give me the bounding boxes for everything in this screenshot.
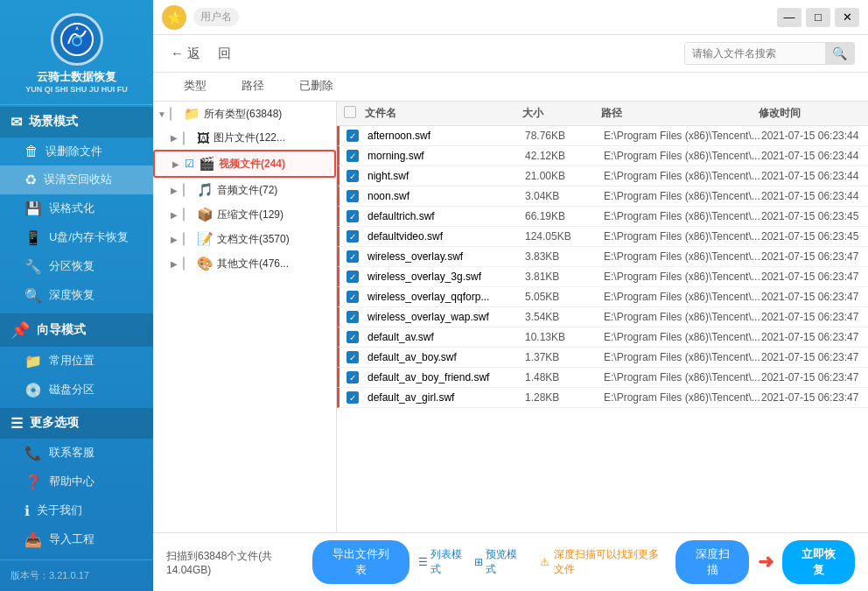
wrong-delete-icon: 🗑: [24, 144, 38, 159]
preview-mode-icon: ⊞: [474, 556, 483, 568]
list-mode-icon: ☰: [418, 556, 428, 568]
tree-check[interactable]: [183, 208, 197, 221]
maximize-button[interactable]: □: [806, 8, 830, 27]
export-button[interactable]: 导出文件列表: [312, 540, 410, 584]
search-input[interactable]: [685, 44, 825, 63]
close-button[interactable]: ✕: [835, 8, 859, 27]
common-location-icon: 📁: [24, 353, 42, 369]
tree-check[interactable]: [170, 108, 184, 120]
expand-icon: ▶: [172, 159, 185, 169]
tree-label: 视频文件(244): [219, 157, 330, 172]
header-size: 大小: [522, 106, 601, 121]
row-check[interactable]: ✓: [346, 271, 368, 283]
tab-path[interactable]: 路径: [224, 73, 282, 101]
file-rows-container: ✓ afternoon.swf 78.76KB E:\Program Files…: [337, 126, 868, 408]
search-button[interactable]: 🔍: [825, 43, 854, 64]
file-name: default_av.swf: [368, 331, 525, 343]
row-check[interactable]: ✓: [346, 311, 368, 323]
header-check[interactable]: [344, 106, 365, 121]
tab-type[interactable]: 类型: [166, 73, 224, 101]
table-row[interactable]: ✓ wireless_overlay_3g.swf 3.81KB E:\Prog…: [337, 267, 868, 287]
row-check[interactable]: ✓: [346, 170, 368, 182]
file-name: noon.swf: [368, 190, 525, 202]
tree-item-doc[interactable]: ▶ 📝 文档文件(3570): [153, 227, 336, 251]
toolbar: ← 返 回 🔍: [153, 35, 868, 73]
title-bar: ⭐ 用户名 — □ ✕: [153, 0, 868, 35]
file-time: 2021-07-15 06:23:47: [761, 311, 868, 323]
row-check[interactable]: ✓: [346, 130, 368, 142]
other-icon: 🎨: [197, 256, 214, 271]
sidebar-item-common-location[interactable]: 📁 常用位置: [0, 347, 153, 376]
file-path: E:\Program Files (x86)\Tencent\...: [604, 170, 761, 182]
tree-check[interactable]: [183, 233, 197, 245]
table-row[interactable]: ✓ defaultrich.swf 66.19KB E:\Program Fil…: [337, 207, 868, 227]
row-check[interactable]: ✓: [346, 371, 368, 383]
row-check[interactable]: ✓: [346, 250, 368, 263]
tree-check[interactable]: [183, 257, 197, 270]
scene-mode-header: ✉ 场景模式: [0, 107, 153, 137]
tree-item-all-types[interactable]: ▼ 📁 所有类型(63848): [153, 102, 336, 126]
sidebar-item-usb[interactable]: 📱 U盘/内存卡恢复: [0, 223, 153, 252]
sidebar-item-wrong-delete[interactable]: 🗑 误删除文件: [0, 137, 153, 165]
table-row[interactable]: ✓ default_av_boy.swf 1.37KB E:\Program F…: [337, 348, 868, 368]
table-row[interactable]: ✓ night.swf 21.00KB E:\Program Files (x8…: [337, 166, 868, 186]
preview-mode-btn[interactable]: ⊞ 预览模式: [474, 547, 522, 577]
sidebar-item-contact[interactable]: 📞 联系客服: [0, 439, 153, 468]
deep-scan-button[interactable]: 深度扫描: [676, 540, 748, 584]
row-check[interactable]: ✓: [346, 331, 368, 343]
tree-item-video[interactable]: ▶ ☑ 🎬 视频文件(244): [153, 150, 336, 178]
expand-icon: ▶: [171, 133, 183, 143]
file-time: 2021-07-15 06:23:47: [761, 271, 868, 283]
table-row[interactable]: ✓ defaultvideo.swf 124.05KB E:\Program F…: [337, 227, 868, 247]
table-row[interactable]: ✓ default_av_girl.swf 1.28KB E:\Program …: [337, 388, 868, 408]
forward-button[interactable]: 回: [214, 43, 235, 65]
table-row[interactable]: ✓ noon.swf 3.04KB E:\Program Files (x86)…: [337, 186, 868, 207]
sidebar-item-partition[interactable]: 🔧 分区恢复: [0, 252, 153, 281]
back-button[interactable]: ← 返: [166, 43, 205, 65]
row-check[interactable]: ✓: [346, 190, 368, 202]
expand-icon: ▼: [158, 109, 170, 119]
deep-recover-icon: 🔍: [24, 287, 42, 304]
table-row[interactable]: ✓ wireless_overlay_wap.swf 3.54KB E:\Pro…: [337, 307, 868, 327]
sidebar-item-disk-partition[interactable]: 💿 磁盘分区: [0, 376, 153, 405]
minimize-button[interactable]: —: [777, 8, 802, 27]
tree-item-compressed[interactable]: ▶ 📦 压缩文件(129): [153, 202, 336, 227]
row-check[interactable]: ✓: [346, 351, 368, 363]
sidebar-item-help[interactable]: ❓ 帮助中心: [0, 468, 153, 496]
recycle-icon: ♻: [24, 172, 37, 188]
tree-item-audio[interactable]: ▶ 🎵 音频文件(72): [153, 178, 336, 202]
table-row[interactable]: ✓ wireless_overlay_qqforp... 5.05KB E:\P…: [337, 287, 868, 307]
logo-circle: [51, 13, 103, 66]
more-icon: ☰: [10, 415, 23, 432]
table-row[interactable]: ✓ default_av_boy_friend.swf 1.48KB E:\Pr…: [337, 368, 868, 388]
file-name: defaultvideo.swf: [368, 230, 525, 243]
tree-check[interactable]: [183, 184, 197, 196]
tab-deleted[interactable]: 已删除: [282, 73, 351, 101]
tree-item-other[interactable]: ▶ 🎨 其他文件(476...: [153, 251, 336, 276]
file-path: E:\Program Files (x86)\Tencent\...: [604, 291, 761, 303]
tree-check[interactable]: [183, 132, 197, 144]
sidebar-item-recycle-bin[interactable]: ♻ 误清空回收站: [0, 165, 153, 194]
table-row[interactable]: ✓ morning.swf 42.12KB E:\Program Files (…: [337, 146, 868, 166]
sidebar-item-import[interactable]: 📥 导入工程: [0, 525, 153, 554]
profile-name: 用户名: [193, 8, 239, 26]
expand-icon: ▶: [171, 186, 183, 195]
row-check[interactable]: ✓: [346, 210, 368, 222]
recover-button[interactable]: 立即恢复: [782, 540, 855, 584]
sidebar-item-deep-recover[interactable]: 🔍 深度恢复: [0, 281, 153, 310]
row-check[interactable]: ✓: [346, 230, 368, 243]
row-check[interactable]: ✓: [346, 391, 368, 404]
row-check[interactable]: ✓: [346, 291, 368, 303]
table-row[interactable]: ✓ afternoon.swf 78.76KB E:\Program Files…: [337, 126, 868, 146]
tree-label: 压缩文件(129): [217, 208, 332, 222]
sidebar-item-wrong-format[interactable]: 💾 误格式化: [0, 194, 153, 223]
tree-check[interactable]: ☑: [185, 158, 199, 170]
table-row[interactable]: ✓ wireless_overlay.swf 3.83KB E:\Program…: [337, 247, 868, 267]
file-name: wireless_overlay.swf: [368, 250, 525, 263]
row-check[interactable]: ✓: [346, 150, 368, 162]
tree-item-image[interactable]: ▶ 🖼 图片文件(122...: [153, 126, 336, 150]
sidebar-item-about[interactable]: ℹ 关于我们: [0, 496, 153, 525]
file-path: E:\Program Files (x86)\Tencent\...: [604, 190, 761, 202]
table-row[interactable]: ✓ default_av.swf 10.13KB E:\Program File…: [337, 327, 868, 348]
list-mode-btn[interactable]: ☰ 列表模式: [418, 547, 467, 577]
